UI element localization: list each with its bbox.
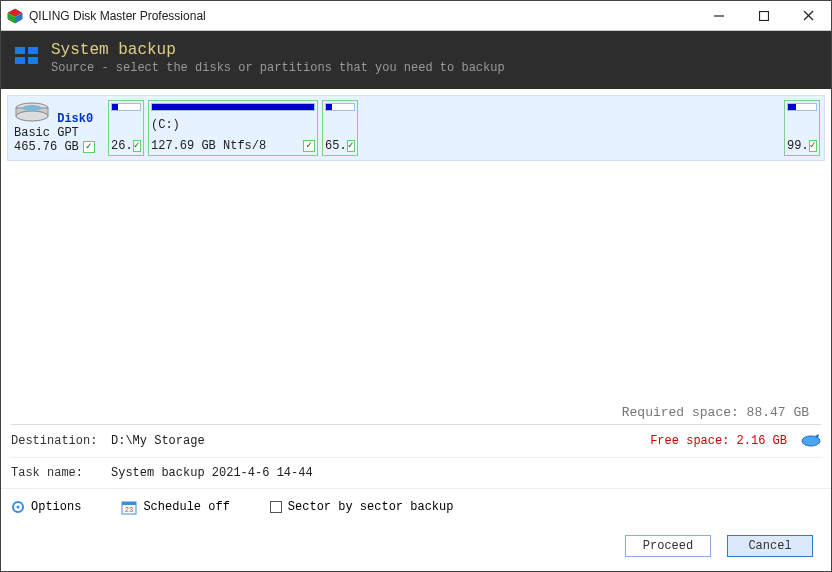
- options-label: Options: [31, 500, 81, 514]
- disk-capacity: 465.76 GB: [14, 140, 79, 154]
- tiles-icon: [15, 45, 41, 67]
- partition-label: 65.: [325, 139, 347, 153]
- page-title: System backup: [51, 41, 817, 59]
- svg-text:23: 23: [125, 506, 133, 514]
- cancel-button[interactable]: Cancel: [727, 535, 813, 557]
- minimize-button[interactable]: [696, 1, 741, 31]
- disk-row: Disk0 Basic GPT 465.76 GB ✓ 26. ✓ (C:) 1…: [7, 95, 825, 161]
- partition-box-4[interactable]: 99. ✓: [784, 100, 820, 156]
- required-space: Required space: 88.47 GB: [1, 397, 831, 424]
- gear-icon: [11, 500, 25, 514]
- destination-value[interactable]: D:\My Storage: [111, 434, 650, 448]
- task-name-label: Task name:: [11, 466, 111, 480]
- page-header: System backup Source - select the disks …: [1, 31, 831, 89]
- partition-checkbox[interactable]: ✓: [303, 140, 315, 152]
- options-row: Options 23 Schedule off Sector by sector…: [1, 488, 831, 525]
- svg-point-15: [22, 105, 42, 111]
- partition-label: 26.: [111, 139, 133, 153]
- calendar-icon: 23: [121, 499, 137, 515]
- sector-backup-label: Sector by sector backup: [288, 500, 454, 514]
- options-button[interactable]: Options: [11, 500, 81, 514]
- free-space: Free space: 2.16 GB: [650, 434, 787, 448]
- app-logo-icon: [7, 8, 23, 24]
- partition-box-c[interactable]: (C:) 127.69 GB Ntfs/8 ✓: [148, 100, 318, 156]
- partition-box-3[interactable]: 65. ✓: [322, 100, 358, 156]
- maximize-icon: [759, 11, 769, 21]
- minimize-icon: [714, 11, 724, 21]
- source-panel: Disk0 Basic GPT 465.76 GB ✓ 26. ✓ (C:) 1…: [1, 89, 831, 397]
- disk-checkbox[interactable]: ✓: [83, 141, 95, 153]
- svg-point-18: [17, 506, 20, 509]
- disk-type: Basic GPT: [14, 126, 104, 140]
- checkbox-icon: [270, 501, 282, 513]
- partition-label: 99.: [787, 139, 809, 153]
- svg-rect-10: [15, 57, 25, 64]
- window-title: QILING Disk Master Professional: [29, 9, 696, 23]
- close-button[interactable]: [786, 1, 831, 31]
- browse-destination-icon[interactable]: [801, 433, 821, 449]
- disk-info[interactable]: Disk0 Basic GPT 465.76 GB ✓: [12, 100, 104, 156]
- close-icon: [803, 10, 814, 21]
- svg-rect-9: [28, 47, 38, 54]
- svg-rect-20: [122, 502, 136, 505]
- svg-rect-11: [28, 57, 38, 64]
- page-subtitle: Source - select the disks or partitions …: [51, 61, 817, 75]
- disk-name: Disk0: [57, 112, 93, 126]
- partition-label: 127.69 GB Ntfs/8: [151, 139, 266, 153]
- proceed-button[interactable]: Proceed: [625, 535, 711, 557]
- partition-checkbox[interactable]: ✓: [347, 140, 355, 152]
- svg-rect-5: [759, 11, 768, 20]
- maximize-button[interactable]: [741, 1, 786, 31]
- hdd-icon: [14, 102, 50, 122]
- title-bar: QILING Disk Master Professional: [1, 1, 831, 31]
- svg-point-14: [16, 111, 48, 121]
- destination-row: Destination: D:\My Storage Free space: 2…: [11, 424, 821, 457]
- destination-label: Destination:: [11, 434, 111, 448]
- partition-checkbox[interactable]: ✓: [809, 140, 817, 152]
- sector-backup-checkbox[interactable]: Sector by sector backup: [270, 500, 454, 514]
- schedule-button[interactable]: 23 Schedule off: [121, 499, 229, 515]
- window-controls: [696, 1, 831, 31]
- partition-checkbox[interactable]: ✓: [133, 140, 141, 152]
- button-row: Proceed Cancel: [1, 525, 831, 571]
- svg-rect-8: [15, 47, 25, 54]
- task-name-row: Task name: System backup 2021-4-6 14-44: [11, 457, 821, 488]
- schedule-label: Schedule off: [143, 500, 229, 514]
- partition-box-1[interactable]: 26. ✓: [108, 100, 144, 156]
- task-name-value[interactable]: System backup 2021-4-6 14-44: [111, 466, 821, 480]
- bottom-rows: Destination: D:\My Storage Free space: 2…: [1, 424, 831, 488]
- partition-drive: (C:): [151, 118, 315, 132]
